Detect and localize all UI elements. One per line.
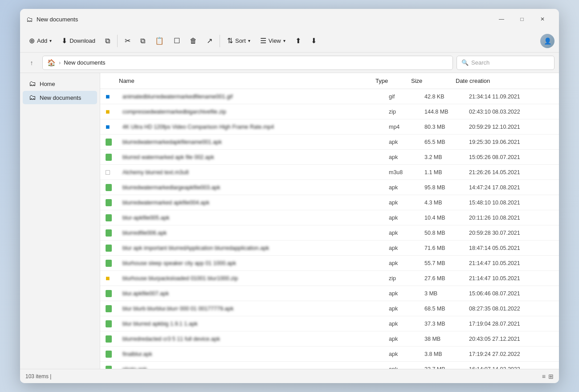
user-avatar[interactable]: 👤 <box>540 34 555 48</box>
search-box[interactable]: 🔍 Search <box>457 56 555 70</box>
separator-1 <box>117 35 118 47</box>
file-size: 10.4 MB <box>424 215 469 221</box>
sort-button[interactable]: ⇅ Sort ▾ <box>223 34 255 47</box>
file-date: 08:27:35 08.01.2022 <box>469 306 554 312</box>
table-row[interactable]: blurredfile006.apk apk 50.8 MB 20:59:28 … <box>100 225 559 241</box>
back-button[interactable]: ↑ <box>24 56 39 70</box>
paste-icon: 📋 <box>155 37 164 45</box>
file-name: blurhouse sleep speaker city app 01 1000… <box>122 260 389 266</box>
table-row[interactable]: blurredwatermarkedlargeapkfile003.apk ap… <box>100 180 559 195</box>
download-button[interactable]: ⬇ Download <box>57 34 100 47</box>
table-row[interactable]: blurredredacted cr3 5 11 full device.apk… <box>100 331 559 347</box>
file-type: apk <box>389 200 424 206</box>
sort-icon: ⇅ <box>227 37 233 45</box>
close-button[interactable]: ✕ <box>532 12 553 26</box>
main-content: 🗂 Home 🗂 New documents Name Type Size Da… <box>20 73 559 369</box>
info-button[interactable]: ⬇ <box>306 34 321 48</box>
table-row[interactable]: blur blurred apkbig 1.9.1 1.apk apk 37.3… <box>100 316 559 331</box>
file-size: 68.5 MB <box>424 306 469 312</box>
file-name: blurredwatermarkedapkfilename001.apk <box>122 139 389 145</box>
file-date: 21:14:47 10.05.2021 <box>469 260 554 266</box>
table-row[interactable]: finalblur.apk apk 3.8 MB 17:19:24 27.02.… <box>100 347 559 362</box>
view-mode-icons: ≡ ⊞ <box>542 373 554 380</box>
file-size: 3.8 MB <box>424 351 469 357</box>
share-button[interactable]: ↗ <box>202 34 217 48</box>
file-date: 20:43:05 27.12.2021 <box>469 336 554 342</box>
file-type: apk <box>389 260 424 266</box>
copy-button[interactable]: ⧉ <box>136 34 150 48</box>
col-header-size[interactable]: Size <box>411 78 456 84</box>
table-row[interactable]: blurhouse sleep speaker city app 01 1000… <box>100 256 559 271</box>
table-row[interactable]: ■ animatedblurredwatermarkedfilename001.… <box>100 89 559 104</box>
list-view-icon[interactable]: ≡ <box>542 373 546 380</box>
file-type-icon <box>106 290 119 297</box>
file-name: 4K Ultra HD 120fps Video Comparison High… <box>122 124 389 130</box>
col-header-name[interactable]: Name <box>119 78 375 84</box>
filter-button[interactable]: ⬆ <box>291 34 306 48</box>
sidebar-item-new-documents[interactable]: 🗂 New documents <box>23 91 97 104</box>
window-icon: 🗂 <box>26 16 33 23</box>
file-date: 17:19:24 27.02.2022 <box>469 351 554 357</box>
file-name: Alchemy blurred text.m3u8 <box>122 169 389 176</box>
file-type-icon <box>106 139 119 146</box>
minimize-button[interactable]: — <box>491 12 512 26</box>
file-type-icon <box>106 335 119 343</box>
file-date: 20:59:28 30.07.2021 <box>469 230 554 236</box>
view-button[interactable]: ☰ View ▾ <box>256 34 290 47</box>
table-row[interactable]: blur.apkfile007.apk apk 3 MB 15:06:46 08… <box>100 286 559 301</box>
grid-view-icon[interactable]: ⊞ <box>548 373 554 380</box>
breadcrumb[interactable]: 🏠 › New documents <box>42 56 453 70</box>
col-header-type[interactable]: Type <box>375 78 411 84</box>
file-size: 65.5 MB <box>424 139 469 145</box>
rename-button[interactable]: ☐ <box>169 34 184 48</box>
cut-button[interactable]: ✂ <box>120 34 135 48</box>
table-row[interactable]: blur apk important blurredApplication bl… <box>100 241 559 256</box>
paste-button[interactable]: 📋 <box>151 34 168 48</box>
file-size: 80.3 MB <box>424 124 469 130</box>
table-row[interactable]: blurred watermarked apk file 002.apk apk… <box>100 150 559 165</box>
table-row[interactable]: photo.apk apk 33.7 MB 16:14:07 14.02.202… <box>100 362 559 369</box>
col-header-date[interactable]: Date creation <box>456 78 540 84</box>
filter-icon: ⬆ <box>295 37 301 45</box>
file-size: 55.7 MB <box>424 260 469 266</box>
table-row[interactable]: blurredwatermarked apkfile004.apk apk 4.… <box>100 195 559 210</box>
file-type-icon <box>106 154 119 161</box>
add-button[interactable]: ⊕ Add ▾ <box>24 34 56 47</box>
copy-icon: ⧉ <box>140 37 145 45</box>
table-row[interactable]: ■ blurhouse blurpacksloaded 01001 blur10… <box>100 271 559 286</box>
file-name: blurhouse blurpacksloaded 01001 blur1000… <box>122 275 389 282</box>
statusbar: 103 items | ≡ ⊞ <box>20 369 559 383</box>
window-controls: — □ ✕ <box>491 12 553 26</box>
search-icon: 🔍 <box>461 59 469 66</box>
copy-to-button[interactable]: ⧉ <box>101 34 114 48</box>
file-date: 21:26:26 14.05.2021 <box>469 169 554 176</box>
file-type-icon <box>106 351 119 358</box>
table-row[interactable]: blur-apkfile005.apk apk 10.4 MB 20:11:26… <box>100 210 559 225</box>
maximize-button[interactable]: □ <box>512 12 532 26</box>
new-docs-folder-icon: 🗂 <box>29 94 36 102</box>
table-row[interactable]: □ Alchemy blurred text.m3u8 m3u8 1.1 MB … <box>100 165 559 180</box>
file-name: blurredfile006.apk <box>122 230 389 236</box>
delete-button[interactable]: 🗑 <box>185 34 201 48</box>
table-row[interactable]: blur blurb blurblur.blurr 000 01 0017777… <box>100 301 559 316</box>
table-row[interactable]: ■ compressedwatermarkedbigarchivefile.zi… <box>100 104 559 119</box>
main-window: 🗂 New documents — □ ✕ ⊕ Add ▾ ⬇ Download… <box>20 9 559 383</box>
file-size: 4.3 MB <box>424 200 469 206</box>
table-row[interactable]: blurredwatermarkedapkfilename001.apk apk… <box>100 135 559 150</box>
table-row[interactable]: ■ 4K Ultra HD 120fps Video Comparison Hi… <box>100 119 559 135</box>
file-type-icon <box>106 366 119 369</box>
breadcrumb-current: New documents <box>64 59 105 66</box>
file-type: apk <box>389 215 424 221</box>
sidebar-item-new-documents-label: New documents <box>40 94 81 101</box>
file-date: 21:14:47 10.05.2021 <box>469 275 554 282</box>
file-size: 3.2 MB <box>424 154 469 160</box>
file-size: 42.8 KB <box>424 94 469 100</box>
file-name: finalblur.apk <box>122 351 389 357</box>
sidebar-item-home[interactable]: 🗂 Home <box>23 77 97 90</box>
file-type: apk <box>389 139 424 145</box>
file-type-icon <box>106 229 119 237</box>
file-size: 1.1 MB <box>424 169 469 176</box>
file-list-header: Name Type Size Date creation <box>100 73 559 89</box>
file-name: blur-apkfile005.apk <box>122 215 389 221</box>
file-type: apk <box>389 351 424 357</box>
